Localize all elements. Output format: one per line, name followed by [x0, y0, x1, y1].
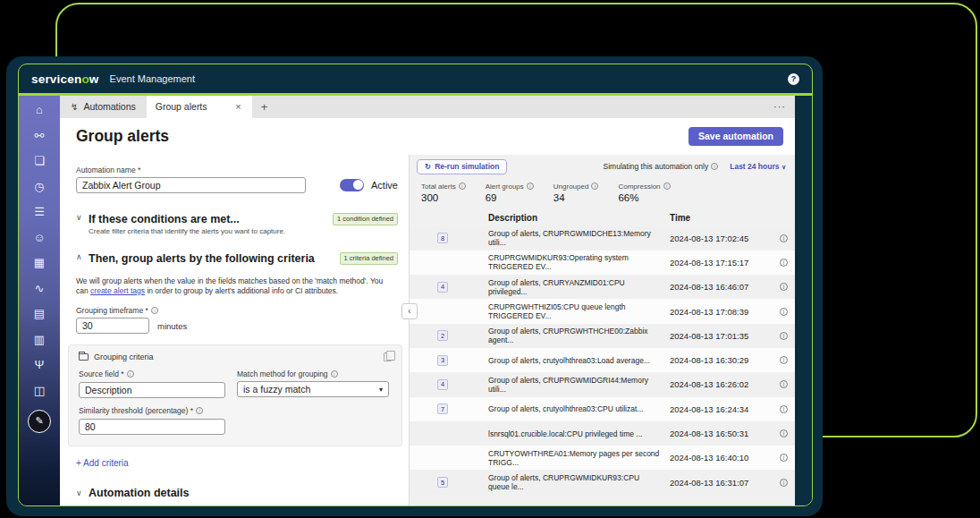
time-range-dropdown[interactable]: Last 24 hours ∨	[730, 162, 786, 171]
timeframe-unit-label: minutes	[157, 321, 187, 331]
workflow-icon[interactable]: ⚯	[31, 127, 47, 143]
table-row[interactable]: 4 Group of alerts, CRURYANZMID01:CPU pri…	[410, 275, 795, 299]
collapse-panel-button[interactable]: ‹	[401, 303, 418, 319]
info-icon[interactable]	[711, 163, 718, 170]
edit-pencil-fab[interactable]: ✎	[28, 410, 51, 433]
table-row[interactable]: 4 Group of alerts, CRUPRGWMIDGRI44:Memor…	[410, 372, 795, 396]
window-inner-frame: servicenow Event Management ? ⌂⚯❏◷☰☺▦∿▤▥…	[18, 64, 813, 506]
alert-description: Group of alerts, CRUPRGWHTHCHE00:Zabbix …	[488, 327, 670, 344]
alert-time: 2024-08-13 17:08:39	[670, 307, 775, 317]
automation-form-panel: Automation name * Active ∨ If these cond…	[60, 155, 410, 506]
alert-description: CRUPRGWHTHIZI05:CPU queue length TRIGGER…	[488, 302, 670, 320]
branch-icon[interactable]: Ψ	[31, 357, 47, 373]
active-toggle[interactable]	[340, 179, 365, 191]
automation-name-input[interactable]	[76, 177, 306, 193]
info-icon[interactable]	[127, 370, 134, 378]
home-icon[interactable]: ⌂	[31, 102, 47, 118]
criteria-fields-row: Source field * Match method for grouping…	[79, 369, 392, 398]
table-row[interactable]: CRUTYOWHTHREA01:Memory pages per second …	[410, 446, 795, 470]
alert-table-header: Description Time	[410, 209, 795, 226]
report-icon[interactable]: ▤	[31, 306, 47, 322]
info-icon[interactable]	[331, 370, 338, 378]
active-toggle-label: Active	[371, 180, 398, 191]
grouping-criteria-box: Grouping criteria Source field *	[69, 345, 401, 446]
info-icon[interactable]	[780, 259, 788, 267]
grouping-timeframe-input[interactable]	[76, 318, 149, 334]
add-criteria-link[interactable]: + Add criteria	[76, 458, 398, 468]
stat-alert-groups: Alert groups 69	[486, 183, 534, 203]
tab-automations[interactable]: ↯ Automations	[60, 96, 147, 118]
info-icon[interactable]	[527, 183, 534, 190]
chevron-up-icon[interactable]: ∧	[76, 252, 89, 261]
match-method-select[interactable]: is a fuzzy match ▾	[237, 381, 389, 397]
page-header: Group alerts Save automation	[60, 118, 795, 155]
table-row[interactable]: lsnrsql01.crucible.local:CPU privileged …	[410, 421, 795, 446]
info-icon[interactable]	[780, 283, 788, 291]
automations-icon: ↯	[71, 102, 78, 112]
criteria-title[interactable]: Then, group alerts by the following crit…	[89, 252, 315, 265]
screenshot-canvas: servicenow Event Management ? ⌂⚯❏◷☰☺▦∿▤▥…	[0, 0, 980, 518]
activity-pulse-icon[interactable]: ∿	[31, 280, 47, 296]
automation-details-header: ∨ Automation details	[76, 487, 398, 499]
save-automation-button[interactable]: Save automation	[689, 127, 783, 146]
app-row: ⌂⚯❏◷☰☺▦∿▤▥Ψ◫✎ ↯ Automations Group alerts…	[19, 96, 812, 506]
alert-time: 2024-08-13 16:50:31	[670, 429, 775, 438]
info-icon[interactable]	[780, 405, 788, 413]
info-icon[interactable]	[196, 407, 203, 414]
chevron-down-icon[interactable]: ∨	[76, 213, 89, 222]
table-row[interactable]: 8 Group of alerts, CRUPRGWMIDCHE13:Memor…	[410, 226, 795, 251]
table-row[interactable]: 5 Group of alerts, CRUPRGWMIDKUR93:CPU q…	[410, 470, 795, 494]
list-icon[interactable]: ☰	[31, 204, 47, 220]
info-icon[interactable]	[780, 479, 788, 487]
table-row[interactable]: 3 Group of alerts, crutyolhthrea03:Load …	[410, 348, 795, 372]
groups-icon[interactable]: ☺	[31, 229, 47, 245]
source-field-label: Source field *	[79, 369, 225, 378]
tasks-icon[interactable]: ❏	[31, 153, 47, 169]
refresh-icon: ↻	[425, 162, 431, 171]
description-column-header: Description	[488, 213, 670, 223]
info-icon[interactable]	[151, 307, 158, 314]
stat-value: 69	[486, 192, 534, 203]
help-icon[interactable]: ?	[788, 73, 799, 85]
conditions-title[interactable]: If these conditions are met...	[89, 213, 240, 225]
automation-details-title[interactable]: Automation details	[89, 487, 190, 499]
info-icon[interactable]	[663, 183, 671, 190]
table-row[interactable]: 7 Group of alerts, crutyolhthrea03:CPU u…	[410, 397, 795, 421]
rerun-simulation-button[interactable]: ↻ Re-run simulation	[417, 159, 507, 174]
group-count-badge: 2	[437, 330, 448, 341]
info-icon[interactable]	[780, 454, 788, 462]
top-bar: servicenow Event Management ?	[19, 64, 812, 93]
copy-icon[interactable]	[384, 352, 392, 361]
close-tab-icon[interactable]: ×	[233, 101, 242, 112]
group-count-badge: 4	[437, 379, 448, 390]
info-icon[interactable]	[780, 234, 788, 242]
info-icon[interactable]	[780, 380, 788, 388]
table-row[interactable]: 2 Group of alerts, CRUPRGWHTHCHE00:Zabbi…	[410, 324, 795, 348]
time-column-header: Time	[670, 213, 775, 223]
dashboard-grid-icon[interactable]: ▦	[31, 255, 47, 271]
info-icon[interactable]	[459, 183, 466, 190]
conditions-section-header: ∨ If these conditions are met... 1 condi…	[76, 213, 398, 225]
metrics-icon[interactable]: ◫	[31, 382, 47, 398]
group-count-badge: 4	[437, 282, 448, 293]
info-icon[interactable]	[780, 356, 788, 364]
chevron-down-icon[interactable]: ∨	[76, 488, 89, 497]
info-icon[interactable]	[780, 429, 788, 437]
table-row[interactable]: CRUPRGWMIDKUR93:Operating system TRIGGER…	[410, 251, 795, 275]
info-icon[interactable]	[780, 332, 788, 340]
alert-time: 2024-08-13 16:31:07	[670, 478, 775, 488]
more-options-icon[interactable]: ···	[773, 96, 786, 118]
info-icon[interactable]	[780, 308, 788, 316]
chevron-down-icon: ▾	[379, 386, 383, 394]
schedule-icon[interactable]: ◷	[31, 178, 47, 194]
tab-group-alerts[interactable]: Group alerts ×	[147, 96, 252, 118]
table-row[interactable]: CRUPRGWHTHIZI05:CPU queue length TRIGGER…	[410, 299, 795, 323]
card-list-icon[interactable]: ▥	[31, 331, 47, 347]
create-alert-tags-link[interactable]: create alert tags	[90, 286, 145, 295]
stat-compression: Compression 66%	[618, 183, 670, 203]
source-field-input[interactable]	[79, 382, 225, 398]
similarity-threshold-label: Similarity threshold (percentage) *	[79, 406, 225, 415]
new-tab-button[interactable]: +	[252, 96, 277, 118]
info-icon[interactable]	[591, 183, 598, 190]
similarity-threshold-input[interactable]	[79, 419, 225, 435]
